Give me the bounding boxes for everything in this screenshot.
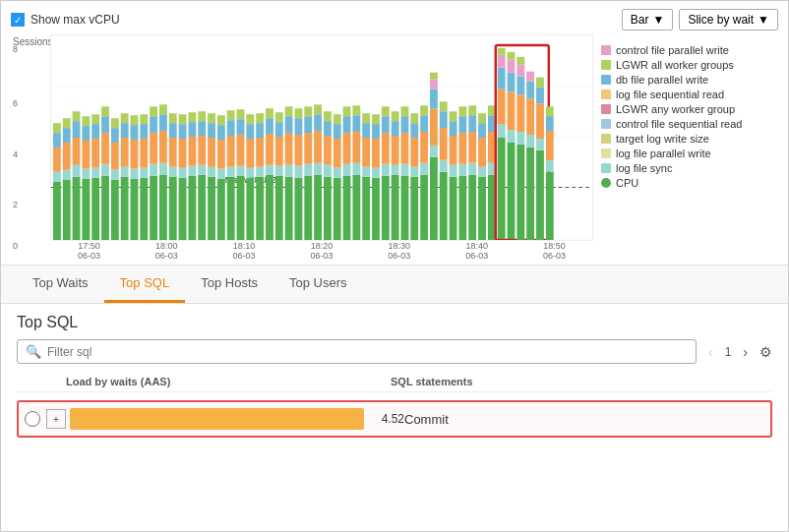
legend-item-5: control file sequential read — [601, 118, 778, 130]
svg-rect-106 — [246, 178, 254, 240]
svg-rect-98 — [227, 136, 235, 167]
y-tick-2: 2 — [13, 200, 18, 209]
svg-rect-21 — [82, 179, 90, 240]
svg-rect-38 — [111, 143, 119, 170]
svg-rect-251 — [516, 132, 524, 145]
show-max-vcpu-checkbox[interactable]: ✓ — [11, 13, 25, 27]
svg-rect-63 — [159, 131, 167, 163]
legend-color-8 — [601, 163, 611, 173]
svg-rect-261 — [536, 150, 544, 240]
legend-label-8: log file sync — [616, 162, 672, 174]
section-title: Top SQL — [17, 314, 772, 331]
svg-rect-170 — [362, 113, 370, 123]
svg-rect-129 — [285, 116, 293, 133]
chevron-down-icon-2: ▼ — [758, 13, 769, 27]
tab-top-sql[interactable]: Top SQL — [104, 266, 186, 303]
svg-rect-247 — [508, 60, 516, 73]
svg-rect-241 — [498, 55, 506, 68]
legend-label-9: CPU — [616, 177, 638, 189]
svg-rect-118 — [266, 134, 273, 165]
prev-page-button[interactable]: ‹ — [702, 341, 719, 363]
svg-rect-29 — [91, 124, 99, 139]
tab-top-waits[interactable]: Top Waits — [17, 266, 104, 303]
filter-row: 🔍 ‹ 1 › ⚙ — [17, 339, 772, 364]
svg-rect-203 — [430, 108, 438, 146]
svg-rect-152 — [334, 168, 341, 178]
svg-rect-177 — [382, 164, 390, 176]
svg-rect-108 — [246, 139, 254, 168]
svg-rect-126 — [285, 177, 293, 240]
svg-rect-200 — [420, 105, 428, 115]
svg-rect-187 — [401, 164, 409, 176]
slice-by-dropdown[interactable]: Slice by wait ▼ — [679, 9, 778, 30]
svg-rect-253 — [516, 77, 524, 95]
svg-rect-57 — [150, 164, 157, 176]
legend-item-4: LGWR any worker group — [601, 103, 778, 115]
svg-rect-191 — [410, 177, 418, 240]
svg-rect-166 — [362, 177, 370, 240]
svg-rect-10 — [53, 123, 61, 133]
svg-rect-105 — [237, 109, 245, 119]
svg-rect-197 — [420, 163, 428, 175]
table-row[interactable]: + 4.52 Commit — [17, 400, 772, 438]
svg-rect-45 — [121, 113, 129, 123]
svg-rect-43 — [121, 138, 129, 167]
row-expand-button[interactable]: + — [46, 409, 66, 429]
legend-label-3: log file sequential read — [616, 89, 724, 100]
filter-sql-input[interactable] — [47, 345, 688, 359]
svg-rect-262 — [536, 139, 544, 150]
svg-rect-135 — [295, 108, 303, 118]
bar-cell: 4.52 — [70, 408, 404, 430]
svg-rect-107 — [246, 168, 254, 178]
svg-rect-230 — [478, 123, 486, 138]
filter-input-wrap[interactable]: 🔍 — [17, 339, 697, 364]
svg-rect-228 — [478, 167, 486, 177]
bar-dropdown[interactable]: Bar ▼ — [622, 9, 674, 30]
svg-rect-71 — [179, 178, 187, 240]
col-load-header: Load by waits (AAS) — [17, 376, 391, 387]
tab-top-hosts[interactable]: Top Hosts — [185, 266, 273, 303]
svg-rect-164 — [352, 115, 360, 132]
svg-rect-23 — [82, 141, 90, 169]
svg-rect-199 — [420, 115, 428, 132]
svg-rect-180 — [382, 106, 390, 116]
col-sql-header: SQL statements — [391, 376, 772, 387]
svg-rect-26 — [91, 178, 99, 240]
topsql-section: Top SQL 🔍 ‹ 1 › ⚙ Load by waits (AAS) SQ… — [1, 304, 788, 531]
svg-rect-100 — [227, 110, 235, 120]
svg-rect-159 — [343, 116, 351, 133]
settings-button[interactable]: ⚙ — [759, 344, 772, 360]
chart-section: ✓ Show max vCPU Bar ▼ Slice by wait ▼ Se… — [1, 1, 788, 266]
svg-rect-130 — [285, 106, 293, 116]
legend-color-3 — [601, 89, 611, 99]
legend-item-0: control file parallel write — [601, 44, 778, 56]
svg-rect-77 — [188, 166, 196, 176]
svg-rect-161 — [352, 175, 360, 240]
show-max-vcpu-toggle[interactable]: ✓ Show max vCPU — [11, 13, 120, 27]
svg-rect-207 — [440, 172, 448, 240]
svg-rect-92 — [217, 169, 225, 179]
svg-rect-33 — [101, 133, 109, 164]
svg-rect-6 — [53, 182, 61, 240]
svg-rect-254 — [516, 65, 524, 77]
svg-rect-171 — [372, 178, 380, 240]
svg-rect-162 — [352, 163, 360, 175]
svg-rect-156 — [343, 176, 351, 240]
row-radio[interactable] — [25, 411, 40, 427]
svg-rect-176 — [382, 176, 390, 240]
legend-item-1: LGWR all worker groups — [601, 59, 778, 71]
svg-rect-174 — [372, 124, 380, 139]
svg-rect-216 — [450, 111, 457, 121]
svg-rect-243 — [508, 143, 516, 240]
svg-rect-140 — [304, 106, 312, 116]
svg-rect-80 — [188, 112, 196, 122]
svg-rect-255 — [516, 57, 524, 65]
svg-rect-220 — [458, 116, 466, 133]
svg-rect-219 — [458, 133, 466, 164]
svg-rect-178 — [382, 133, 390, 164]
svg-rect-214 — [450, 136, 457, 165]
svg-rect-196 — [420, 175, 428, 240]
next-page-button[interactable]: › — [737, 341, 754, 363]
tab-top-users[interactable]: Top Users — [273, 266, 363, 303]
svg-rect-36 — [111, 180, 119, 240]
